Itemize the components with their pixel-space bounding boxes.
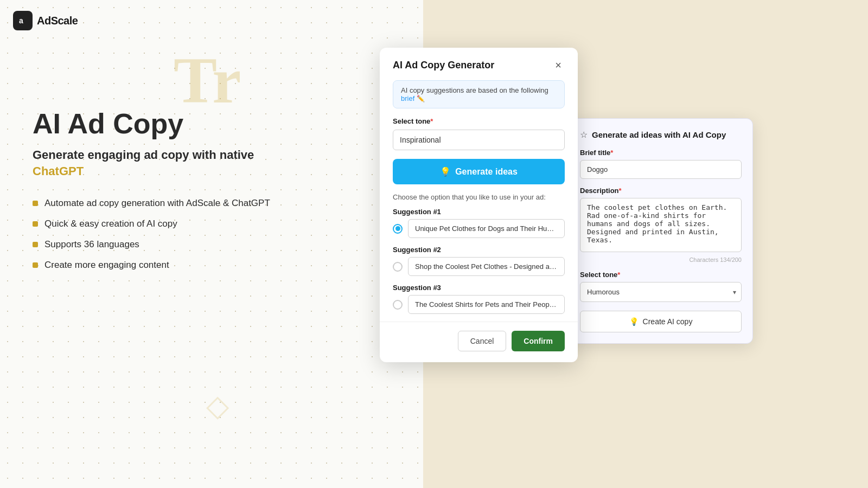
char-count: Characters 134/200 xyxy=(580,256,742,263)
feature-text-1: Automate ad copy generation with AdScale… xyxy=(44,198,270,209)
modal-header: AI Ad Copy Generator × xyxy=(380,48,578,80)
suggestion-group-2: Suggestion #2 Shop the Coolest Pet Cloth… xyxy=(380,246,578,276)
suggestion-title-1: Suggestion #1 xyxy=(393,208,565,216)
suggestion-radio-1[interactable] xyxy=(393,224,403,234)
logo-icon: a xyxy=(13,11,33,30)
edit-icon: ✏️ xyxy=(417,95,425,102)
suggestion-row-3[interactable]: The Coolest Shirts for Pets and Their Pe… xyxy=(393,295,565,314)
create-ai-btn-label: Create AI copy xyxy=(643,317,693,326)
confirm-button[interactable]: Confirm xyxy=(512,331,565,351)
description-textarea[interactable] xyxy=(580,198,742,252)
feature-item-2: Quick & easy creation of AI copy xyxy=(33,219,270,229)
brief-title-label: Brief title* xyxy=(580,149,742,157)
modal-close-button[interactable]: × xyxy=(552,59,565,72)
ai-ad-copy-modal: AI Ad Copy Generator × AI copy suggestio… xyxy=(380,48,578,362)
modal-footer: Cancel Confirm xyxy=(380,322,578,362)
suggestion-row-2[interactable]: Shop the Coolest Pet Clothes - Designed … xyxy=(393,257,565,276)
info-text: AI copy suggestions are based on the fol… xyxy=(401,86,548,94)
modal-title: AI Ad Copy Generator xyxy=(393,60,494,71)
bulb-icon-sp: 💡 xyxy=(629,317,639,326)
suggestion-title-2: Suggestion #2 xyxy=(393,246,565,254)
suggestion-group-1: Suggestion #1 Unique Pet Clothes for Dog… xyxy=(380,208,578,238)
deco-letter-t: Tr xyxy=(174,43,241,118)
bullet-icon xyxy=(33,262,38,268)
star-icon: ☆ xyxy=(580,130,588,140)
feature-item-3: Supports 36 languages xyxy=(33,239,270,250)
feature-text-3: Supports 36 languages xyxy=(44,239,139,250)
sp-tone-select-wrapper: InspirationalHumorousProfessionalFriendl… xyxy=(580,282,742,302)
hero-content: AI Ad Copy Generate engaging ad copy wit… xyxy=(33,108,270,271)
hero-subtitle-line1: Generate engaging ad copy with native xyxy=(33,148,270,162)
description-label: Description* xyxy=(580,187,742,195)
tone-section: Select tone* InspirationalHumorousProfes… xyxy=(380,117,578,150)
hero-subtitle-accent: ChatGPT xyxy=(33,164,270,178)
bullet-icon xyxy=(33,221,38,227)
brief-link[interactable]: brief xyxy=(401,94,414,102)
suggestion-row-1[interactable]: Unique Pet Clothes for Dogs and Their Hu… xyxy=(393,219,565,238)
brief-title-input[interactable] xyxy=(580,160,742,179)
suggestion-radio-3[interactable] xyxy=(393,300,403,310)
feature-text-4: Create more engaging content xyxy=(44,260,169,271)
feature-item-1: Automate ad copy generation with AdScale… xyxy=(33,198,270,209)
create-ai-copy-button[interactable]: 💡 Create AI copy xyxy=(580,311,742,332)
suggestion-title-3: Suggestion #3 xyxy=(393,284,565,292)
deco-shape: ◇ xyxy=(206,388,229,423)
modal-info-bar: AI copy suggestions are based on the fol… xyxy=(393,80,565,108)
suggestion-text-3: The Coolest Shirts for Pets and Their Pe… xyxy=(408,295,565,314)
suggestion-text-2: Shop the Coolest Pet Clothes - Designed … xyxy=(408,257,565,276)
sp-tone-label: Select tone* xyxy=(580,271,742,279)
suggestion-group-3: Suggestion #3 The Coolest Shirts for Pet… xyxy=(380,284,578,314)
svg-text:a: a xyxy=(19,16,23,25)
feature-item-4: Create more engaging content xyxy=(33,260,270,271)
bullet-icon xyxy=(33,242,38,247)
suggestion-text-1: Unique Pet Clothes for Dogs and Their Hu… xyxy=(408,219,565,238)
generate-btn-label: Generate ideas xyxy=(455,167,518,177)
hero-title: AI Ad Copy xyxy=(33,108,270,139)
side-panel-title: Generate ad ideas with AI Ad Copy xyxy=(592,130,726,139)
logo-bar: a AdScale xyxy=(13,11,78,30)
logo-text: AdScale xyxy=(37,15,78,27)
side-panel-header: ☆ Generate ad ideas with AI Ad Copy xyxy=(580,130,742,140)
tone-label: Select tone* xyxy=(393,117,565,125)
feature-text-2: Quick & easy creation of AI copy xyxy=(44,219,177,229)
sp-tone-select[interactable]: InspirationalHumorousProfessionalFriendl… xyxy=(580,282,742,302)
generate-ad-ideas-panel: ☆ Generate ad ideas with AI Ad Copy Brie… xyxy=(569,118,753,344)
cancel-button[interactable]: Cancel xyxy=(458,331,507,351)
bulb-icon: 💡 xyxy=(440,166,451,177)
bullet-icon xyxy=(33,201,38,206)
generate-ideas-button[interactable]: 💡 Generate ideas xyxy=(393,159,565,184)
feature-list: Automate ad copy generation with AdScale… xyxy=(33,198,270,271)
suggestions-label: Choose the option that you like to use i… xyxy=(380,193,578,201)
suggestion-radio-2[interactable] xyxy=(393,262,403,272)
tone-select[interactable]: InspirationalHumorousProfessionalFriendl… xyxy=(393,130,565,150)
